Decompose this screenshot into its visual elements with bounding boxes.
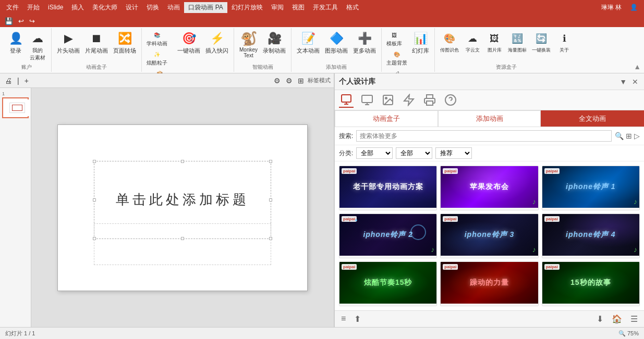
search-input[interactable]: [356, 130, 612, 142]
item-1-preview: paipai 老干部专用动画方案: [339, 166, 436, 208]
menu-pocket[interactable]: 口袋动画 PA: [184, 2, 227, 13]
skin-button[interactable]: 🔄 一键换装: [530, 29, 553, 55]
ribbon-group-addanim: 📝 文本动画 🔷 图形动画 ➕ 更多动画 添加动画: [291, 28, 382, 72]
qa-redo[interactable]: ↪: [28, 17, 37, 26]
tab-image[interactable]: [381, 93, 395, 107]
bottom-download-btn[interactable]: ⬇: [594, 313, 605, 325]
filter-label: 分类:: [339, 149, 353, 158]
handle-tm[interactable]: [181, 160, 184, 163]
slide-canvas[interactable]: 单击此处添加标题: [57, 124, 308, 291]
record-anim-button[interactable]: 🎥 录制动画: [261, 29, 288, 56]
word-cloud-button[interactable]: ☁ 字云文: [462, 29, 483, 55]
menu-switch[interactable]: 切换: [142, 2, 163, 13]
slideshow-lib-button[interactable]: 📊 幻灯库: [410, 29, 431, 56]
main-tab-addanim[interactable]: 添加动画: [438, 110, 541, 127]
main-tab-animbox[interactable]: 动画盒子: [335, 110, 438, 127]
color-detect-button[interactable]: 🎨 传图识色: [438, 29, 461, 55]
menu-animation[interactable]: 动画: [163, 2, 184, 13]
toolbar-add-slide[interactable]: +: [23, 76, 30, 85]
panel-close-btn[interactable]: ✕: [630, 78, 640, 86]
menu-user[interactable]: 琳琳 林: [597, 2, 626, 13]
bottom-more-btn[interactable]: ☰: [628, 313, 640, 325]
handle-mr[interactable]: [269, 198, 272, 202]
main-tab-fulltext[interactable]: 全文动画: [541, 110, 644, 127]
menu-slideshow[interactable]: 幻灯片放映: [227, 2, 267, 13]
flash-insert-button[interactable]: ⚡ 插入快闪: [203, 29, 230, 56]
menu-format[interactable]: 格式: [342, 2, 363, 13]
tab-printer[interactable]: [422, 93, 437, 107]
header-anim-button[interactable]: ▶ 片头动画: [55, 29, 82, 56]
qa-save[interactable]: 💾: [3, 17, 15, 26]
icon-lib-button[interactable]: 🔣 海量图标: [506, 29, 529, 55]
panel-settings-btn[interactable]: ▼: [618, 78, 628, 86]
grid-item-8[interactable]: paipai 躁动的力量 躁动的力量: [440, 261, 538, 306]
tab-lightning[interactable]: [402, 93, 416, 107]
icon-lib-label: 海量图标: [508, 47, 527, 54]
image-lib-label: 图片库: [488, 47, 502, 54]
tab-question[interactable]: [443, 93, 458, 107]
grid-item-9[interactable]: paipai 15秒的故事 15秒的故事: [542, 261, 640, 306]
subject-anim-button[interactable]: 📚 学科动画: [145, 29, 169, 48]
text-anim-button[interactable]: 📝 文本动画: [295, 29, 322, 56]
cool-particle-button[interactable]: ✨ 炫酷粒子: [145, 48, 169, 67]
toolbar-divider: |: [16, 76, 21, 85]
bottom-menu-btn[interactable]: ≡: [339, 313, 348, 325]
monkey-text-button[interactable]: 🐒 MonkeyText: [237, 29, 260, 59]
ribbon-collapse-btn[interactable]: ▲: [634, 62, 641, 71]
grid-item-1[interactable]: paipai 老干部专用动画方案 【全文动画】老干部专用...: [339, 166, 437, 210]
item-9-text: 15秒的故事: [570, 278, 611, 287]
menu-insert[interactable]: 插入: [67, 2, 88, 13]
bottom-home-btn[interactable]: 🏠: [610, 313, 624, 325]
category-select-3[interactable]: 推荐: [435, 147, 472, 159]
bottom-upload-btn[interactable]: ⬆: [352, 313, 363, 325]
cloud-assets-button[interactable]: ☁ 我的云素材: [27, 29, 48, 62]
menu-file[interactable]: 文件: [2, 2, 23, 13]
category-select-2[interactable]: 全部: [396, 147, 432, 159]
toolbar-settings[interactable]: ⚙: [272, 76, 282, 85]
grid-item-3[interactable]: paipai iphone铃声 1 ♪ 【快闪】iPhone铃声的...: [542, 166, 640, 210]
shape-anim-button[interactable]: 🔷 图形动画: [323, 29, 350, 56]
theme-bg-button[interactable]: 🎨 主题背景: [385, 48, 409, 67]
toolbar-print[interactable]: 🖨: [3, 76, 14, 85]
filter-icon[interactable]: ⊞: [626, 132, 632, 140]
slide-toolbar: 🖨 | + ⚙ ⚙ ⊞ 标签模式: [0, 73, 334, 88]
grid-item-7[interactable]: paipai 炫酷节奏15秒 炫酷节奏15秒: [339, 261, 437, 306]
template-lib-button[interactable]: 🖼 模板库: [385, 29, 404, 48]
slide-thumb-1[interactable]: [2, 97, 29, 118]
expand-icon[interactable]: ▷: [634, 132, 640, 140]
grid-item-4[interactable]: paipai iphone铃声 2 ♪ 【快闪】iPhone铃声_大...: [339, 214, 437, 258]
menu-avatar[interactable]: 👤: [626, 3, 642, 12]
filter-row: 分类: 全部 全部 推荐: [335, 145, 644, 161]
qa-undo[interactable]: ↩: [17, 17, 26, 26]
menu-design[interactable]: 设计: [121, 2, 142, 13]
ribbon-area: 💾 ↩ ↪ 👤 登录 ☁ 我的云素材 账户 ▶ 片头: [0, 15, 644, 73]
grid-item-2[interactable]: paipai 苹果发布会 ♪ 【快闪】苹果发布会快闪...: [440, 166, 538, 210]
more-anim-button[interactable]: ➕ 更多动画: [351, 29, 378, 56]
category-select-1[interactable]: 全部: [356, 147, 393, 159]
login-button[interactable]: 👤 登录: [5, 29, 26, 56]
one-key-anim-button[interactable]: 🎯 一键动画: [175, 29, 202, 56]
menu-devtools[interactable]: 开发工具: [309, 2, 342, 13]
search-icon[interactable]: 🔍: [615, 132, 624, 140]
content-textbox[interactable]: [94, 223, 271, 265]
toolbar-gear2[interactable]: ⚙: [284, 76, 294, 85]
footer-anim-button[interactable]: ⏹ 片尾动画: [83, 29, 110, 56]
grid-item-5[interactable]: paipai iphone铃声 3 ♪ 【快闪】iPhone铃声的...: [440, 214, 538, 258]
handle-ml[interactable]: [93, 198, 96, 202]
menu-review[interactable]: 审阅: [267, 2, 288, 13]
grid-item-6[interactable]: paipai iphone铃声 4 ♪ 【快闪】iPhone铃声的...: [542, 214, 640, 258]
page-trans-button[interactable]: 🔀 页面转场: [111, 29, 138, 56]
skin-icon: 🔄: [533, 30, 550, 47]
thumb-preview: [4, 99, 30, 116]
about-button[interactable]: ℹ 关于: [554, 29, 575, 55]
tab-animation-box[interactable]: [339, 92, 354, 108]
menu-view[interactable]: 视图: [288, 2, 309, 13]
menu-islide[interactable]: iSlide: [44, 3, 67, 12]
menu-beautify[interactable]: 美化大师: [88, 2, 121, 13]
tab-monitor[interactable]: [360, 93, 374, 107]
handle-tl[interactable]: [93, 160, 96, 163]
menu-start[interactable]: 开始: [23, 2, 44, 13]
handle-tr[interactable]: [269, 160, 272, 163]
image-lib-button[interactable]: 🖼 图片库: [484, 29, 505, 55]
item-5-preview: paipai iphone铃声 3 ♪: [441, 214, 538, 256]
